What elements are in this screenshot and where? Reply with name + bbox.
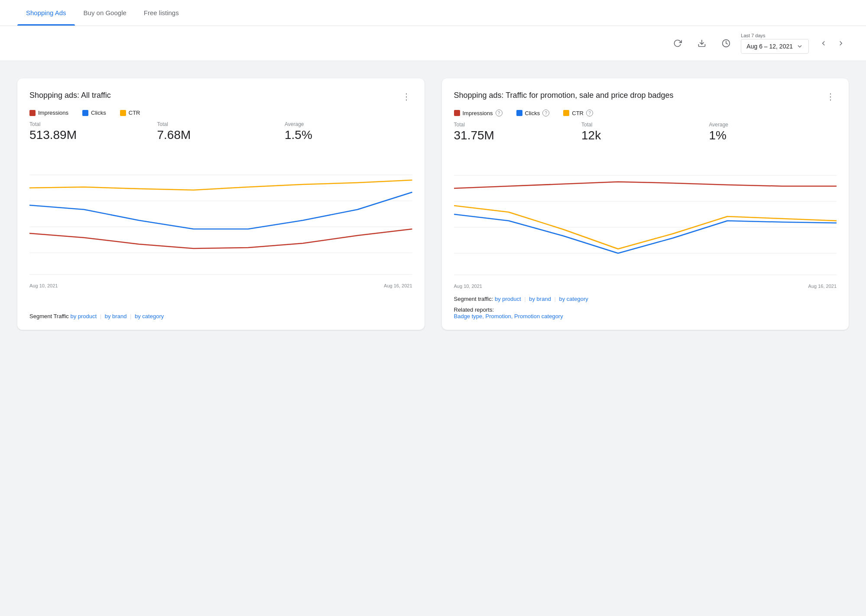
card2-related-row: Related reports: Badge type, Promotion, … [454, 306, 837, 319]
main-content: Shopping ads: All traffic ⋮ Impressions … [0, 61, 866, 347]
toolbar-icons [670, 35, 734, 51]
card2-more-button[interactable]: ⋮ [824, 90, 837, 103]
card1-title: Shopping ads: All traffic [29, 90, 111, 100]
ctr-dot [120, 110, 126, 116]
stat-ctr-label: Average [285, 121, 412, 127]
clicks-dot [82, 110, 88, 116]
stat-impressions: Total 513.89M [29, 121, 157, 142]
next-button[interactable] [833, 35, 849, 51]
impressions-dot [29, 110, 36, 116]
clicks-help-icon: ? [542, 110, 549, 116]
card1-segment-label: Segment Traffic [29, 313, 69, 319]
card2-stats: Total 31.75M Total 12k Average 1% [454, 122, 837, 142]
history-button[interactable] [718, 35, 734, 51]
stat2-impressions: Total 31.75M [454, 122, 582, 142]
card2-date-start: Aug 10, 2021 [454, 284, 482, 289]
tab-buy-on-google[interactable]: Buy on Google [75, 0, 135, 26]
clicks-label: Clicks [91, 110, 106, 116]
card2-segment-by-product[interactable]: by product [495, 296, 521, 302]
card2-related-link[interactable]: Badge type, Promotion, Promotion categor… [454, 313, 563, 319]
toolbar: Last 7 days Aug 6 – 12, 2021 [0, 26, 866, 61]
prev-button[interactable] [816, 35, 831, 51]
card2-svg [454, 149, 837, 279]
legend2-ctr: CTR ? [563, 110, 593, 116]
impressions-label: Impressions [38, 110, 68, 116]
card1-date-end: Aug 16, 2021 [384, 283, 412, 288]
card1-chart-dates: Aug 10, 2021 Aug 16, 2021 [29, 283, 412, 288]
date-range-wrapper: Last 7 days Aug 6 – 12, 2021 [741, 33, 809, 54]
card2-segment-label: Segment traffic: [454, 296, 493, 302]
card1-segment-row: Segment Traffic by product | by brand | … [29, 313, 412, 319]
stat2-clicks-label: Total [581, 122, 709, 128]
ctr2-dot [563, 110, 569, 116]
legend2-clicks: Clicks ? [516, 110, 550, 116]
date-label: Last 7 days [741, 33, 765, 38]
card1-header: Shopping ads: All traffic ⋮ [29, 90, 412, 103]
stat2-clicks-value: 12k [581, 129, 709, 142]
card1-more-button[interactable]: ⋮ [400, 90, 412, 103]
nav-arrows [816, 35, 849, 51]
card2-title: Shopping ads: Traffic for promotion, sal… [454, 90, 674, 100]
stat2-impressions-value: 31.75M [454, 129, 582, 142]
ctr-help-icon: ? [586, 110, 593, 116]
tab-shopping-ads[interactable]: Shopping Ads [17, 0, 75, 26]
refresh-button[interactable] [670, 35, 685, 51]
stat-clicks-value: 7.68M [157, 128, 285, 142]
impressions2-dot [454, 110, 460, 116]
ctr-label: CTR [129, 110, 140, 116]
card2-legend: Impressions ? Clicks ? CTR ? [454, 110, 837, 116]
card1-date-start: Aug 10, 2021 [29, 283, 58, 288]
stat2-clicks: Total 12k [581, 122, 709, 142]
stat-ctr: Average 1.5% [285, 121, 412, 142]
clicks2-label: Clicks ? [525, 110, 550, 116]
stat2-ctr-value: 1% [709, 129, 837, 142]
impressions-help-icon: ? [496, 110, 503, 116]
card1-chart: Aug 10, 2021 Aug 16, 2021 [29, 149, 412, 306]
card2-chart-dates: Aug 10, 2021 Aug 16, 2021 [454, 284, 837, 289]
date-value: Aug 6 – 12, 2021 [746, 43, 793, 50]
stat2-impressions-label: Total [454, 122, 582, 128]
legend-ctr: CTR [120, 110, 140, 116]
ctr2-label: CTR ? [572, 110, 593, 116]
card1-segment-by-category[interactable]: by category [135, 313, 164, 319]
impressions2-label: Impressions ? [463, 110, 503, 116]
card1-svg [29, 149, 412, 279]
card-all-traffic: Shopping ads: All traffic ⋮ Impressions … [17, 78, 425, 330]
card1-legend: Impressions Clicks CTR [29, 110, 412, 116]
tab-free-listings[interactable]: Free listings [135, 0, 188, 26]
stat2-ctr: Average 1% [709, 122, 837, 142]
clicks2-dot [516, 110, 522, 116]
stat-clicks-label: Total [157, 121, 285, 127]
legend-impressions: Impressions [29, 110, 68, 116]
legend2-impressions: Impressions ? [454, 110, 503, 116]
card2-segment-by-brand[interactable]: by brand [529, 296, 551, 302]
tab-bar: Shopping Ads Buy on Google Free listings [0, 0, 866, 26]
stat-impressions-label: Total [29, 121, 157, 127]
card2-related-label: Related reports: [454, 306, 494, 313]
legend-clicks: Clicks [82, 110, 106, 116]
card2-chart: Aug 10, 2021 Aug 16, 2021 [454, 149, 837, 289]
card2-segment-row: Segment traffic: by product | by brand |… [454, 296, 837, 302]
card1-stats: Total 513.89M Total 7.68M Average 1.5% [29, 121, 412, 142]
card1-segment-by-product[interactable]: by product [70, 313, 97, 319]
stat2-ctr-label: Average [709, 122, 837, 128]
stat-clicks: Total 7.68M [157, 121, 285, 142]
download-button[interactable] [694, 35, 710, 51]
stat-impressions-value: 513.89M [29, 128, 157, 142]
card2-header: Shopping ads: Traffic for promotion, sal… [454, 90, 837, 103]
card2-segment-by-category[interactable]: by category [559, 296, 588, 302]
card1-segment-by-brand[interactable]: by brand [105, 313, 127, 319]
date-picker[interactable]: Aug 6 – 12, 2021 [741, 39, 809, 54]
card-promotion-traffic: Shopping ads: Traffic for promotion, sal… [442, 78, 849, 330]
card2-date-end: Aug 16, 2021 [808, 284, 837, 289]
stat-ctr-value: 1.5% [285, 128, 412, 142]
